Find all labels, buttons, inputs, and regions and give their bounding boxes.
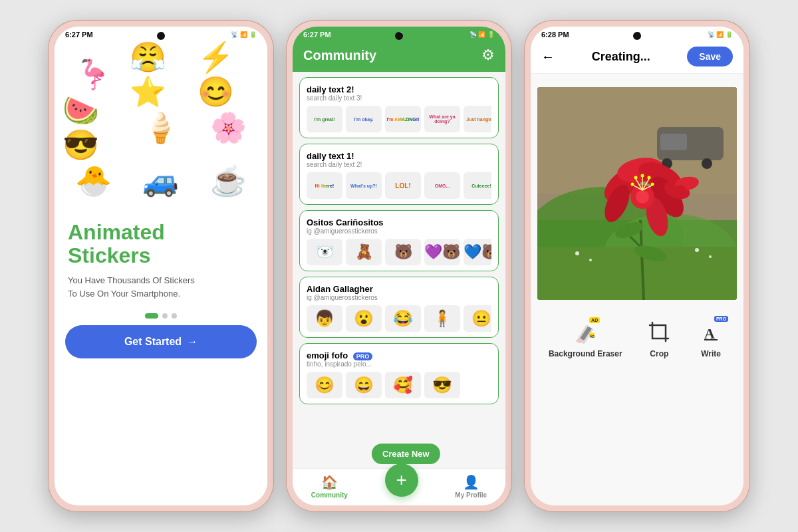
dot-1 <box>145 313 158 319</box>
back-button[interactable]: ← <box>541 49 555 65</box>
sticker-omg[interactable]: OMG... <box>424 172 460 199</box>
sticker-jeep: 🚙 <box>130 157 192 205</box>
creating-title: Creating... <box>592 50 650 64</box>
community-scroll: daily text 2! search daily text 3! I'm g… <box>293 72 505 468</box>
svg-point-32 <box>641 174 644 178</box>
dot-2 <box>162 313 168 319</box>
sticker-doing[interactable]: What are ya doing? <box>424 106 460 132</box>
sticker-person5[interactable]: 😐 <box>464 305 491 332</box>
tool-crop[interactable]: Crop <box>644 317 674 358</box>
svg-point-13 <box>709 255 712 258</box>
sticker-bear3[interactable]: 🐻 <box>385 239 421 265</box>
time-3: 6:28 PM <box>541 31 569 39</box>
sticker-person1[interactable]: 👦 <box>307 305 342 332</box>
sticker-person4[interactable]: 🧍 <box>424 305 460 332</box>
sticker-okay[interactable]: I'm okay. <box>346 106 382 132</box>
sticker-amazing[interactable]: I'm AMAZING!! <box>385 106 421 132</box>
sticker-watermelon: 🍉😎 <box>63 104 124 152</box>
card-stickers-aidan: 👦 😮 😂 🧍 😐 <box>307 305 491 332</box>
camera-notch-2 <box>395 32 403 40</box>
sticker-fofo3[interactable]: 🥰 <box>385 372 421 398</box>
sticker-bear4[interactable]: 💜🐻 <box>424 239 460 265</box>
nav-profile[interactable]: 👤 My Profile <box>455 474 487 499</box>
stickers-grid: 🦩 😤⭐ ⚡😊 🍉😎 🍦 🌸 🐣 🚙 ☕ <box>55 40 267 210</box>
svg-point-10 <box>575 251 579 255</box>
crop-label: Crop <box>650 349 668 358</box>
svg-rect-9 <box>537 247 737 300</box>
tool-background-eraser[interactable]: AD AD Background Eraser <box>549 317 622 358</box>
flower-image <box>537 87 737 300</box>
card-subtitle-daily2: search daily text 3! <box>307 94 491 102</box>
sticker-lol[interactable]: LOL! <box>385 172 421 199</box>
sticker-person3[interactable]: 😂 <box>385 305 421 332</box>
card-title-fofo: emoji fofo PRO <box>307 350 491 360</box>
time-2: 6:27 PM <box>303 31 331 39</box>
sticker-hanging[interactable]: Just hanging. <box>464 106 491 132</box>
community-card-ositos: Ositos Cariñositos ig @amiguerosstickero… <box>299 210 499 271</box>
svg-point-11 <box>589 259 592 261</box>
create-new-tooltip: Create New <box>372 444 440 464</box>
phone1-content: 🦩 😤⭐ ⚡😊 🍉😎 🍦 🌸 🐣 🚙 ☕ Animated Stickers <box>55 40 267 505</box>
svg-point-12 <box>695 248 699 252</box>
svg-point-6 <box>702 158 712 169</box>
tool-write[interactable]: A PRO Write <box>696 317 726 358</box>
svg-point-33 <box>648 176 651 180</box>
community-card-daily1: daily text 1! search daily text 2! Hi th… <box>299 144 499 205</box>
svg-rect-4 <box>660 134 687 150</box>
sticker-fofo4[interactable]: 😎 <box>424 372 460 398</box>
sticker-whatsup[interactable]: What's up?! <box>346 172 382 199</box>
svg-text:AD: AD <box>590 334 595 338</box>
sticker-bear5[interactable]: 💙🐻 <box>464 239 491 265</box>
community-card-daily2: daily text 2! search daily text 3! I'm g… <box>299 77 499 138</box>
get-started-button[interactable]: Get Started → <box>65 325 257 358</box>
phone-1: 6:27 PM G 📡 📶 🔋 🦩 😤⭐ ⚡😊 🍉😎 🍦 🌸 🐣 <box>48 20 274 512</box>
fab-add[interactable]: + <box>385 464 418 497</box>
sticker-great[interactable]: I'm great! <box>307 106 342 132</box>
sticker-star: 😤⭐ <box>130 51 192 98</box>
card-title-daily2: daily text 2! <box>307 84 491 94</box>
settings-icon[interactable]: ⚙ <box>481 47 495 64</box>
nav-community[interactable]: 🏠 Community <box>311 474 348 499</box>
status-icons-3: 📡 📶 🔋 <box>708 31 733 38</box>
phones-container: 6:27 PM G 📡 📶 🔋 🦩 😤⭐ ⚡😊 🍉😎 🍦 🌸 🐣 <box>0 0 798 532</box>
pagination-dots <box>55 313 267 319</box>
card-title-ositos: Ositos Cariñositos <box>307 217 491 227</box>
svg-point-34 <box>651 183 654 186</box>
sticker-fofo2[interactable]: 😄 <box>346 372 382 398</box>
tools-row: AD AD Background Eraser <box>531 307 743 358</box>
sticker-cute[interactable]: Cuteeee! <box>464 172 491 199</box>
card-stickers-ositos: 🐻‍❄️ 🧸 🐻 💜🐻 💙🐻 <box>307 239 491 265</box>
sticker-flower: 🌸 <box>198 104 259 152</box>
profile-icon: 👤 <box>463 474 479 490</box>
card-subtitle-ositos: ig @amiguerosstickeros <box>307 227 491 235</box>
phone-2: 6:27 PM G 📡 📶 🔋 Community ⚙ daily text 2… <box>286 20 512 512</box>
sticker-chick: 🐣 <box>63 157 124 205</box>
card-stickers-fofo: 😊 😄 🥰 😎 <box>307 372 491 398</box>
write-label: Write <box>701 349 721 358</box>
pro-badge-write: PRO <box>714 316 728 322</box>
card-stickers-daily2: I'm great! I'm okay. I'm AMAZING!! What … <box>307 106 491 132</box>
sticker-coffee: ☕ <box>198 157 259 205</box>
time-1: 6:27 PM <box>65 31 93 39</box>
sticker-fofo1[interactable]: 😊 <box>307 372 342 398</box>
sticker-bear2[interactable]: 🧸 <box>346 239 382 265</box>
background-eraser-label: Background Eraser <box>549 349 622 358</box>
animated-title: Animated Stickers <box>68 221 254 267</box>
status-icons-2: 📡 📶 🔋 <box>469 31 495 38</box>
card-subtitle-fofo: tinho, inspirado pelo... <box>307 360 491 368</box>
phone-1-inner: 6:27 PM G 📡 📶 🔋 🦩 😤⭐ ⚡😊 🍉😎 🍦 🌸 🐣 <box>55 27 267 505</box>
phone-3: 6:28 PM G 📡 📶 🔋 ← Creating... Save <box>524 20 750 512</box>
ad-badge: AD <box>589 317 600 323</box>
bottom-nav: 🏠 Community + 👤 My Profile <box>293 468 505 505</box>
community-card-aidan: Aidan Gallagher ig @amiguerosstickeros 👦… <box>299 277 499 338</box>
creating-header: ← Creating... Save <box>531 40 743 74</box>
write-icon: A PRO <box>696 317 726 346</box>
sticker-person2[interactable]: 😮 <box>346 305 382 332</box>
sticker-hi[interactable]: Hi there! <box>307 172 342 199</box>
home-icon: 🏠 <box>321 474 338 490</box>
sticker-pikachu: ⚡😊 <box>198 51 259 98</box>
sticker-bear1[interactable]: 🐻‍❄️ <box>307 239 342 265</box>
svg-rect-41 <box>652 325 666 338</box>
sticker-icecream: 🍦 <box>130 104 192 152</box>
save-button[interactable]: Save <box>687 47 733 66</box>
